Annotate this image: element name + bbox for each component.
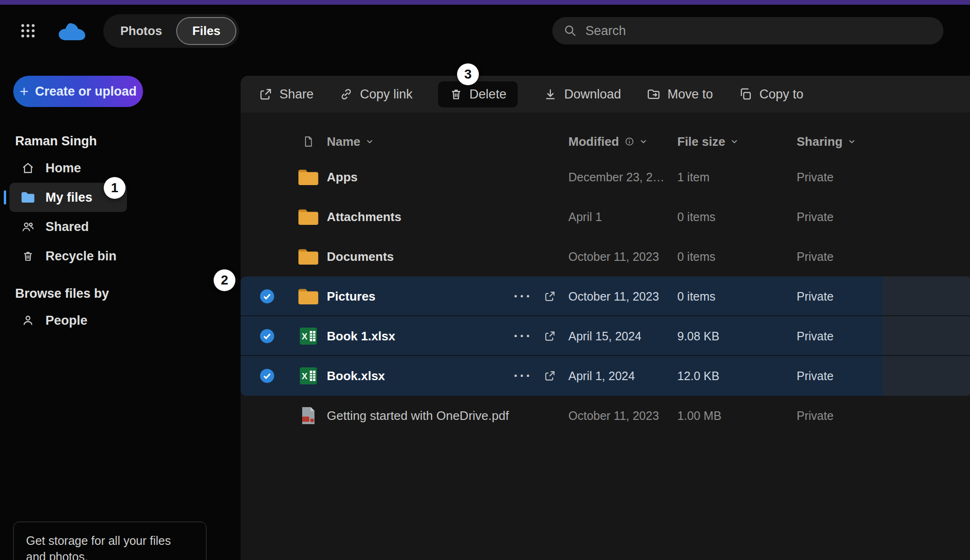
file-size: 0 items (674, 290, 793, 303)
chevron-down-icon (640, 139, 647, 144)
download-icon (543, 87, 557, 101)
table-header: Name Modified File size Sharing (241, 126, 970, 157)
sidebar-item-recycle-bin[interactable]: Recycle bin (9, 241, 212, 271)
pdf-file-icon (294, 406, 323, 425)
main-panel: Share Copy link Delete (241, 76, 970, 560)
file-sharing: Private (793, 250, 970, 264)
annotation-badge-2: 2 (214, 269, 235, 291)
sidebar-item-people[interactable]: People (9, 306, 212, 335)
move-to-icon (647, 87, 661, 101)
excel-file-icon: X (294, 366, 323, 385)
row-share-icon[interactable] (535, 370, 565, 382)
create-or-upload-label: Create or upload (35, 84, 137, 99)
sidebar-item-shared[interactable]: Shared (9, 212, 212, 241)
search-input[interactable] (585, 24, 932, 38)
storage-promo-box[interactable]: Get storage for all your files and photo… (13, 522, 207, 560)
file-name[interactable]: Book.xlsx (323, 369, 511, 383)
trash-icon (21, 249, 35, 263)
svg-text:X: X (302, 372, 307, 381)
table-row[interactable]: Pictures ··· October 11, 2023 0 items Pr… (241, 276, 970, 316)
file-sharing: Private (793, 409, 970, 423)
share-label: Share (279, 87, 314, 102)
copy-link-label: Copy link (360, 87, 413, 102)
user-name: Raman Singh (0, 129, 241, 153)
move-to-button[interactable]: Move to (647, 87, 713, 102)
move-to-label: Move to (667, 87, 713, 102)
delete-label: Delete (469, 87, 506, 102)
tab-photos[interactable]: Photos (106, 17, 176, 45)
table-row[interactable]: Getting started with OneDrive.pdf Octobe… (241, 396, 970, 436)
file-modified: October 11, 2023 (565, 290, 674, 303)
create-or-upload-button[interactable]: + Create or upload (13, 76, 143, 107)
file-name[interactable]: Getting started with OneDrive.pdf (323, 409, 511, 423)
column-header-name[interactable]: Name (323, 134, 511, 149)
annotation-badge-3: 3 (457, 63, 479, 85)
storage-promo-text: Get storage for all your files and photo… (26, 534, 171, 560)
plus-icon: + (19, 84, 28, 99)
svg-text:X: X (302, 332, 307, 341)
chevron-down-icon (366, 139, 373, 144)
more-actions-icon[interactable]: ··· (511, 288, 535, 304)
chevron-down-icon (731, 139, 738, 144)
sidebar-item-label: Shared (45, 220, 89, 234)
excel-file-icon: X (294, 327, 323, 346)
copy-to-button[interactable]: Copy to (738, 87, 803, 102)
file-sharing: Private (793, 329, 970, 343)
table-row[interactable]: X Book 1.xlsx ··· April 15, 2024 9.08 KB… (241, 316, 970, 356)
file-name[interactable]: Apps (323, 170, 511, 185)
file-name[interactable]: Book 1.xlsx (323, 329, 511, 344)
file-sharing: Private (793, 210, 970, 224)
app-launcher-icon[interactable] (21, 24, 35, 38)
trash-icon (449, 88, 463, 101)
table-row[interactable]: X Book.xlsx ··· April 1, 2024 12.0 KB Pr… (241, 356, 970, 396)
file-name[interactable]: Pictures (323, 289, 511, 304)
share-button[interactable]: Share (259, 87, 314, 102)
sidebar-item-label: My files (45, 190, 92, 205)
table-row[interactable]: Attachments April 1 0 items Private (241, 197, 970, 237)
sidebar-nav: Raman Singh Home My files (0, 129, 241, 335)
file-sharing: Private (793, 290, 970, 303)
row-share-icon[interactable] (535, 290, 565, 302)
table-row[interactable]: Apps December 23, 2… 1 item Private (241, 157, 970, 197)
delete-button[interactable]: Delete (438, 81, 518, 107)
browse-files-by-label: Browse files by (0, 281, 241, 306)
file-sharing: Private (793, 170, 970, 184)
file-size: 0 items (674, 250, 793, 264)
folder-icon (294, 168, 323, 186)
file-size: 9.08 KB (674, 329, 793, 343)
file-name[interactable]: Documents (323, 249, 511, 264)
column-header-sharing[interactable]: Sharing (793, 134, 970, 149)
folder-icon (294, 287, 323, 305)
search-bar[interactable] (552, 17, 943, 44)
more-actions-icon[interactable]: ··· (511, 368, 535, 384)
chevron-down-icon (848, 139, 855, 144)
file-size: 0 items (674, 210, 793, 224)
row-share-icon[interactable] (535, 330, 565, 342)
top-accent-strip (0, 0, 970, 5)
file-name[interactable]: Attachments (323, 210, 511, 224)
file-modified: April 15, 2024 (565, 329, 674, 343)
home-icon (21, 161, 35, 175)
column-header-modified[interactable]: Modified (565, 134, 674, 149)
selected-checkbox[interactable] (241, 288, 294, 304)
share-icon (259, 87, 273, 101)
selected-checkbox[interactable] (241, 328, 294, 344)
selected-checkbox[interactable] (241, 368, 294, 384)
download-label: Download (564, 87, 621, 102)
column-header-file-size[interactable]: File size (674, 134, 793, 149)
app-header: Photos Files (0, 5, 970, 57)
table-row[interactable]: Documents October 11, 2023 0 items Priva… (241, 237, 970, 276)
file-size: 1 item (674, 170, 793, 184)
download-button[interactable]: Download (543, 87, 621, 102)
file-size: 12.0 KB (674, 369, 793, 383)
command-toolbar: Share Copy link Delete (241, 76, 970, 113)
search-icon (564, 24, 577, 37)
link-icon (339, 87, 353, 101)
file-type-column-icon (294, 135, 323, 148)
copy-link-button[interactable]: Copy link (339, 87, 413, 102)
folder-icon (294, 208, 323, 226)
more-actions-icon[interactable]: ··· (511, 328, 535, 344)
onedrive-logo-icon[interactable] (58, 21, 88, 41)
tab-files[interactable]: Files (176, 17, 236, 45)
folder-icon (294, 248, 323, 266)
